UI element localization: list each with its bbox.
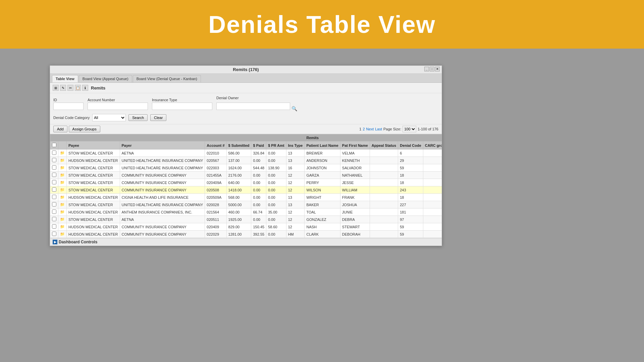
row-pr-amt: 0.00	[266, 186, 286, 194]
table-row: 📁 STOW MEDICAL CENTER AETNA 020511 1925.…	[50, 216, 442, 223]
table-row: 📁 HUDSON MEDICAL CENTER COMMUNITY INSURA…	[50, 231, 442, 238]
row-checkbox[interactable]	[52, 173, 56, 177]
denial-code-select[interactable]: All	[92, 114, 126, 121]
row-submitted: 1925.00	[226, 216, 251, 223]
row-checkbox[interactable]	[52, 195, 56, 199]
row-payee: STOW MEDICAL CENTER	[67, 216, 120, 223]
row-folder-cell: 📁	[58, 223, 67, 231]
folder-icon[interactable]: 📁	[60, 210, 65, 214]
folder-icon[interactable]: 📁	[60, 151, 65, 155]
row-ins-type: 13	[286, 201, 305, 208]
insurance-input[interactable]	[152, 103, 212, 110]
row-submitted: 460.00	[226, 208, 251, 216]
tab-board-view-appeal[interactable]: Board View (Appeal Queue)	[79, 75, 132, 82]
row-appeal-status	[370, 149, 398, 157]
folder-icon[interactable]: 📁	[60, 195, 65, 199]
folder-icon[interactable]: 📁	[60, 158, 65, 162]
row-carc-group	[423, 179, 442, 186]
folder-icon[interactable]: 📁	[60, 202, 65, 206]
folder-icon[interactable]: 📁	[60, 180, 65, 184]
page-size-select[interactable]: 100 50 25	[402, 126, 416, 132]
search-form: ID Account Number Insurance Type Denial …	[50, 93, 442, 124]
row-patient-last: GONZALEZ	[305, 216, 340, 223]
row-pat-first: DEBORAH	[340, 231, 370, 238]
table-row: 📁 STOW MEDICAL CENTER COMMUNITY INSURANC…	[50, 172, 442, 179]
folder-icon[interactable]: 📁	[60, 166, 65, 170]
row-denial-code: 181	[398, 208, 423, 216]
row-folder-cell: 📁	[58, 179, 67, 186]
row-checkbox[interactable]	[52, 202, 56, 206]
denial-code-label: Denial Code Category	[53, 116, 90, 120]
row-ins-type: 12	[286, 172, 305, 179]
folder-icon[interactable]: 📁	[60, 173, 65, 177]
window-title-bar: Remits (176) _ □ ✕	[50, 66, 442, 74]
row-checkbox[interactable]	[52, 158, 56, 162]
maximize-button[interactable]: □	[430, 67, 434, 71]
next-link[interactable]: Next	[366, 127, 374, 131]
row-carc-group	[423, 157, 442, 164]
row-denial-code: 59	[398, 164, 423, 172]
row-checkbox[interactable]	[52, 150, 56, 155]
last-link[interactable]: Last	[375, 127, 382, 131]
row-folder-cell: 📁	[58, 208, 67, 216]
row-checkbox[interactable]	[52, 187, 56, 192]
row-pr-amt: 0.00	[266, 201, 286, 208]
owner-input[interactable]	[216, 103, 290, 110]
row-ins-type: 12	[286, 208, 305, 216]
owner-search-icon-button[interactable]: 🔍	[291, 105, 298, 112]
toolbar-icon-1[interactable]: ⊞	[53, 85, 59, 91]
tab-board-view-denial[interactable]: Board View (Denial Queue - Kanban)	[133, 75, 201, 82]
toolbar-icon-3[interactable]: ✂	[67, 85, 73, 91]
select-all-checkbox[interactable]	[52, 143, 56, 147]
row-checkbox[interactable]	[52, 217, 56, 221]
toolbar-icon-4[interactable]: 📋	[75, 85, 81, 91]
row-appeal-status	[370, 201, 398, 208]
row-checkbox-cell	[50, 179, 58, 186]
row-account: 020409A	[205, 179, 226, 186]
tab-table-view[interactable]: Table View	[52, 75, 78, 82]
clear-button[interactable]: Clear	[150, 114, 166, 121]
column-header-row: Payee Payer Account # $ Submitted $ Paid…	[50, 141, 442, 149]
row-appeal-status	[370, 194, 398, 201]
col-paid: $ Paid	[251, 141, 266, 149]
row-checkbox[interactable]	[52, 165, 56, 170]
row-patient-last: WILSON	[305, 186, 340, 194]
row-ins-type: 12	[286, 186, 305, 194]
search-button[interactable]: Search	[128, 114, 148, 121]
id-input[interactable]	[53, 103, 84, 110]
row-checkbox[interactable]	[52, 180, 56, 184]
row-payee: STOW MEDICAL CENTER	[67, 186, 120, 194]
row-checkbox-cell	[50, 231, 58, 238]
page-1[interactable]: 1	[359, 127, 361, 131]
minimize-button[interactable]: _	[424, 67, 429, 71]
row-account: 020511	[205, 216, 226, 223]
row-checkbox[interactable]	[52, 209, 56, 214]
row-checkbox[interactable]	[52, 232, 56, 236]
row-ins-type: HM	[286, 231, 305, 238]
col-denial-code: Denial Code	[398, 141, 423, 149]
row-patient-last: CLARK	[305, 231, 340, 238]
insurance-field: Insurance Type	[152, 98, 212, 110]
row-payer: AETNA	[120, 149, 205, 157]
folder-icon[interactable]: 📁	[60, 188, 65, 192]
toolbar-icon-5[interactable]: ℹ	[82, 85, 88, 91]
row-payer: UNITED HEALTHCARE INSURANCE COMPANY	[120, 157, 205, 164]
row-paid: 0.00	[251, 179, 266, 186]
row-checkbox-cell	[50, 223, 58, 231]
account-input[interactable]	[88, 103, 148, 110]
folder-icon[interactable]: 📁	[60, 232, 65, 236]
col-folder	[58, 141, 67, 149]
close-button[interactable]: ✕	[435, 67, 440, 71]
row-checkbox-cell	[50, 149, 58, 157]
folder-icon[interactable]: 📁	[60, 225, 65, 229]
row-checkbox[interactable]	[52, 224, 56, 229]
folder-icon[interactable]: 📁	[60, 217, 65, 221]
row-pr-amt: 58.60	[266, 223, 286, 231]
row-submitted: 640.00	[226, 179, 251, 186]
row-denial-code: 18	[398, 172, 423, 179]
row-appeal-status	[370, 157, 398, 164]
page-2[interactable]: 2	[363, 127, 365, 131]
assign-groups-button[interactable]: Assign Groups	[69, 126, 100, 132]
toolbar-icon-2[interactable]: ✎	[60, 85, 66, 91]
add-button[interactable]: Add	[53, 126, 67, 132]
